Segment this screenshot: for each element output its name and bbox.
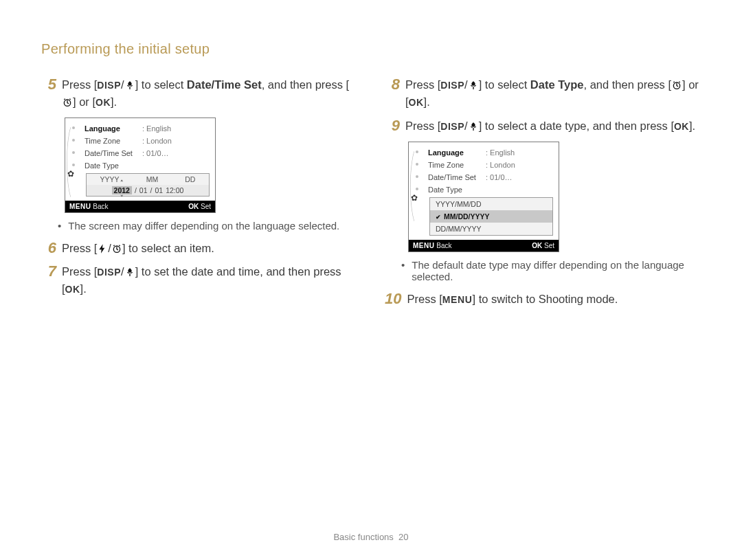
value: : English	[142, 124, 171, 133]
screen-body: ✿ Language : English Time Zone : London …	[65, 118, 215, 201]
month-value: 01	[139, 186, 148, 194]
text: ] or [	[73, 96, 95, 108]
step-5: 5 Press [DISP/] to select Date/Time Set,…	[41, 76, 357, 111]
arc-decor	[410, 145, 427, 227]
step-number: 8	[385, 76, 400, 93]
text: Press [	[405, 120, 440, 132]
step-text: Press [DISP/] to select Date/Time Set, a…	[62, 76, 357, 111]
text: ] to select a date type, and then press …	[479, 120, 674, 132]
selftimer-icon	[62, 97, 73, 108]
disp-icon: DISP	[440, 80, 464, 91]
label: Time Zone	[428, 161, 486, 169]
bullet-icon: •	[401, 259, 405, 282]
bullet-icon: •	[58, 220, 61, 232]
text: ] to switch to Shooting mode.	[472, 293, 618, 305]
menu-icon: MENU	[442, 294, 473, 305]
row-language: Language : English	[85, 122, 211, 135]
text: Press [	[62, 78, 97, 91]
left-column: 5 Press [DISP/] to select Date/Time Set,…	[41, 76, 357, 315]
option-mm-dd-yyyy: MM/DD/YYYY	[430, 210, 552, 223]
value: : 01/0…	[142, 149, 169, 157]
screen-list: Language : English Time Zone : London Da…	[83, 118, 215, 201]
note: •The default date type may differ depend…	[401, 259, 701, 282]
ok-icon: OK	[95, 97, 111, 108]
option-yyyy-mm-dd: YYYY/MM/DD	[430, 198, 552, 210]
footer-set: OK Set	[532, 242, 554, 249]
content-columns: 5 Press [DISP/] to select Date/Time Set,…	[41, 76, 701, 315]
text: ] to select	[479, 78, 530, 91]
back-label: Back	[93, 203, 108, 210]
ok-icon: OK	[65, 284, 80, 295]
sep: /	[135, 186, 137, 194]
step-text: Press [DISP/] to set the date and time, …	[62, 263, 357, 298]
spinner-values: 2012 / 01 / 01 12:00	[87, 185, 209, 196]
nav-dot	[72, 151, 75, 154]
disp-icon: DISP	[97, 80, 121, 91]
footer-back: MENU Back	[69, 203, 108, 210]
screen-list: Language : English Time Zone : London Da…	[427, 142, 559, 240]
step-number: 7	[41, 263, 56, 280]
note-text: The default date type may differ dependi…	[412, 259, 701, 282]
footer-set: OK Set	[188, 203, 211, 210]
hdr-month: MM	[146, 175, 159, 183]
menu-icon: MENU	[413, 242, 434, 249]
screen-side-nav: ✿	[409, 142, 427, 240]
label: Date/Time Set	[85, 149, 142, 157]
row-timezone: Time Zone : London	[428, 159, 554, 171]
step-8: 8 Press [DISP/] to select Date Type, and…	[385, 76, 701, 111]
value: : London	[486, 161, 515, 169]
label-date-type: Date Type	[530, 78, 584, 91]
nav-dot	[416, 163, 418, 166]
step-text: Press [DISP/] to select a date type, and…	[405, 117, 701, 135]
text: ].	[689, 120, 695, 132]
step-number: 9	[385, 117, 400, 134]
datetype-options: YYYY/MM/DD MM/DD/YYYY DD/MM/YYYY	[429, 197, 553, 236]
step-7: 7 Press [DISP/] to set the date and time…	[41, 263, 357, 298]
nav-dot	[416, 150, 418, 153]
label: Date Type	[428, 186, 486, 194]
step-text: Press [MENU] to switch to Shooting mode.	[407, 291, 701, 308]
datetime-spinner: YYYY MM DD 2012 / 01 / 01 12:00	[86, 173, 210, 197]
text: ] to select	[135, 78, 187, 91]
row-datetimeset: Date/Time Set : 01/0…	[85, 147, 211, 159]
row-timezone: Time Zone : London	[85, 135, 211, 147]
screen-footer: MENU Back OK Set	[409, 240, 559, 251]
camera-screen-datetype: ✿ Language : English Time Zone : London …	[408, 142, 559, 252]
row-datetype: Date Type	[428, 183, 554, 196]
ok-icon: OK	[532, 242, 542, 249]
step-number: 6	[41, 240, 56, 256]
screen-body: ✿ Language : English Time Zone : London …	[409, 142, 559, 240]
ok-icon: OK	[188, 203, 199, 210]
footer-page-number: 20	[398, 532, 408, 542]
label: Time Zone	[85, 137, 142, 145]
macro-icon	[468, 121, 479, 132]
camera-screen-datetime: ✿ Language : English Time Zone : London …	[65, 117, 216, 213]
day-value: 01	[155, 186, 163, 194]
text: Press [	[407, 293, 442, 305]
page-title: Performing the initial setup	[41, 41, 701, 57]
nav-dot	[72, 164, 75, 166]
set-label: Set	[201, 203, 211, 210]
screen-side-nav: ✿	[65, 118, 83, 201]
footer-back: MENU Back	[413, 242, 451, 249]
note-text: The screen may differ depending on the l…	[68, 220, 339, 232]
text: ] to select an item.	[122, 242, 214, 254]
step-number: 5	[41, 76, 56, 93]
text: Press [	[62, 242, 97, 254]
selftimer-icon	[111, 243, 122, 254]
gear-icon: ✿	[411, 193, 418, 203]
menu-icon: MENU	[69, 203, 91, 210]
ok-icon: OK	[409, 97, 424, 108]
year-value: 2012	[112, 186, 132, 194]
note: •The screen may differ depending on the …	[58, 220, 357, 232]
manual-page: Performing the initial setup 5 Press [DI…	[0, 0, 742, 560]
right-column: 8 Press [DISP/] to select Date Type, and…	[385, 76, 701, 315]
sep: /	[150, 186, 153, 194]
step-10: 10 Press [MENU] to switch to Shooting mo…	[385, 291, 701, 308]
label: Date/Time Set	[428, 173, 486, 181]
text: ].	[111, 96, 117, 108]
macro-icon	[124, 80, 135, 91]
text: Press [	[62, 265, 97, 278]
step-number: 10	[385, 291, 401, 307]
arc-decor	[67, 121, 83, 203]
